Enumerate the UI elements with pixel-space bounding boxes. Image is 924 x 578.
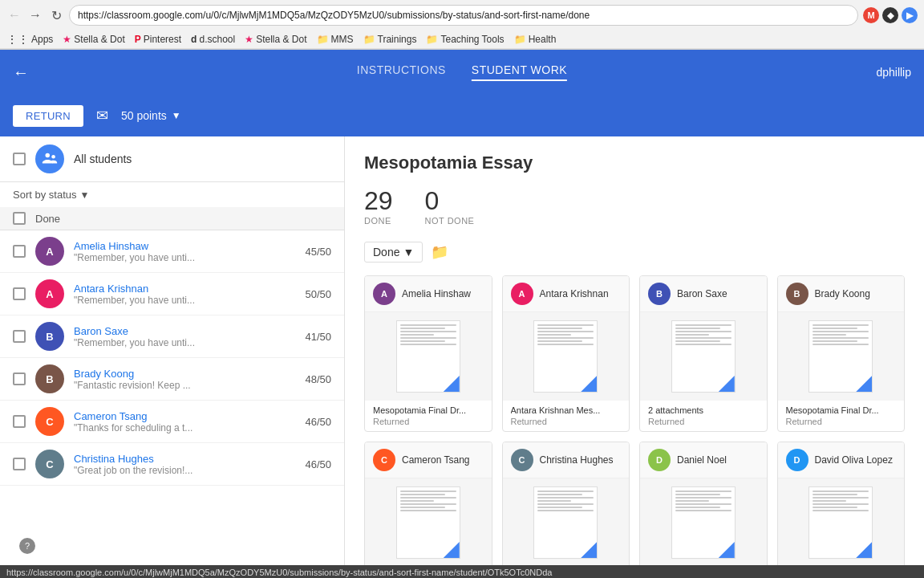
doc-line (675, 490, 732, 492)
done-header-label: Done (35, 213, 60, 225)
student-row[interactable]: B Brady Koong "Fantastic revision! Keep … (0, 358, 344, 401)
doc-corner-1 (581, 376, 597, 392)
back-button-app[interactable]: ← (13, 63, 29, 82)
doc-preview-7 (808, 486, 873, 559)
nav-instructions[interactable]: INSTRUCTIONS (357, 63, 446, 81)
not-done-count: 0 (425, 186, 475, 216)
doc-preview-0 (396, 320, 460, 393)
doc-line (537, 507, 582, 508)
student-name-4[interactable]: Cameron Tsang (74, 410, 295, 422)
card-doc-title-2: 2 attachments (648, 405, 759, 415)
help-area: ? (19, 538, 35, 554)
student-comment-1: "Remember, you have unti... (74, 295, 234, 306)
student-name-0[interactable]: Amelia Hinshaw (74, 240, 295, 252)
student-checkbox-4[interactable] (13, 415, 26, 428)
student-card-0[interactable]: A Amelia Hinshaw (364, 275, 492, 432)
bookmark-stella1[interactable]: ★ Stella & Dot (63, 34, 124, 45)
bookmark-mms[interactable]: 📁 MMS (317, 34, 354, 45)
nav-student-work[interactable]: STUDENT WORK (472, 63, 567, 81)
help-button[interactable]: ? (19, 538, 35, 554)
assignment-title: Mesopotamia Essay (364, 153, 905, 173)
browser-icons: M ◆ ▶ (863, 7, 918, 23)
doc-line (400, 337, 456, 339)
all-students-row[interactable]: All students (0, 136, 344, 182)
done-section-checkbox[interactable] (13, 212, 26, 225)
done-label: DONE (364, 216, 393, 226)
return-button[interactable]: RETURN (13, 105, 83, 127)
doc-lines (400, 490, 456, 511)
sort-dropdown[interactable]: ▼ (79, 189, 89, 201)
browser-chrome: ← → ↻ https://classroom.google.com/u/0/c… (0, 0, 924, 50)
card-name-1: Antara Krishnan (540, 288, 609, 299)
not-done-label: NOT DONE (425, 216, 475, 226)
student-avatar-5: C (35, 450, 64, 478)
reload-button[interactable]: ↻ (48, 7, 64, 23)
student-card-5[interactable]: C Christina Hughes (502, 442, 630, 565)
bookmark-health[interactable]: 📁 Health (514, 34, 557, 45)
student-row[interactable]: B Baron Saxe "Remember, you have unti...… (0, 315, 344, 358)
student-row[interactable]: A Amelia Hinshaw "Remember, you have unt… (0, 230, 344, 273)
card-header-1: A Antara Krishnan (503, 276, 630, 312)
mail-button[interactable]: ✉ (96, 107, 108, 124)
student-card-7[interactable]: D David Oliva Lopez (777, 442, 906, 565)
student-name-2[interactable]: Baron Saxe (74, 325, 295, 337)
doc-line (813, 510, 869, 511)
student-row[interactable]: A Antara Krishnan "Remember, you have un… (0, 273, 344, 315)
doc-line (675, 324, 732, 326)
student-card-1[interactable]: A Antara Krishnan (502, 275, 630, 432)
doc-line (813, 324, 869, 326)
student-name-1[interactable]: Antara Krishnan (74, 283, 295, 295)
student-row[interactable]: C Cameron Tsang "Thanks for scheduling a… (0, 401, 344, 443)
student-card-3[interactable]: B Brady Koong (777, 275, 906, 432)
student-checkbox-2[interactable] (13, 330, 26, 343)
student-checkbox-1[interactable] (13, 287, 26, 300)
url-text: https://classroom.google.com/u/0/c/MjlwM… (78, 10, 590, 21)
student-card-4[interactable]: C Cameron Tsang (364, 442, 492, 565)
card-header-2: B Baron Saxe (640, 276, 767, 312)
card-name-4: Cameron Tsang (402, 454, 470, 466)
doc-line (675, 337, 732, 339)
bookmark-teaching[interactable]: 📁 Teaching Tools (426, 34, 504, 45)
doc-preview-3 (808, 320, 873, 393)
svg-point-1 (51, 155, 55, 159)
done-count: 29 (364, 186, 393, 216)
doc-line (537, 494, 582, 495)
header-nav: INSTRUCTIONS STUDENT WORK (357, 63, 567, 81)
points-dropdown-arrow[interactable]: ▼ (172, 110, 181, 121)
student-info-5: Christina Hughes "Great job on the revis… (74, 453, 295, 476)
bookmark-apps[interactable]: ⋮⋮ Apps (6, 33, 53, 46)
all-students-checkbox[interactable] (13, 153, 26, 165)
address-bar[interactable]: https://classroom.google.com/u/0/c/MjlwM… (69, 5, 858, 26)
doc-line (400, 340, 445, 342)
card-avatar-5: C (511, 449, 533, 471)
folder-icon[interactable]: 📁 (431, 243, 448, 261)
forward-button[interactable]: → (27, 7, 43, 23)
bookmark-stella2[interactable]: ★ Stella & Dot (245, 34, 306, 45)
student-name-5[interactable]: Christina Hughes (74, 453, 295, 465)
student-name-3[interactable]: Brady Koong (74, 368, 295, 380)
student-card-6[interactable]: D Daniel Noel (639, 442, 768, 565)
back-button[interactable]: ← (6, 7, 22, 23)
bookmark-trainings[interactable]: 📁 Trainings (363, 34, 417, 45)
bookmark-dschool[interactable]: d d.school (191, 34, 235, 45)
ext-icon-2: ▶ (902, 7, 918, 23)
bookmark-pinterest[interactable]: P Pinterest (135, 34, 181, 45)
student-checkbox-5[interactable] (13, 458, 26, 470)
card-status-3: Returned (786, 417, 897, 426)
student-card-2[interactable]: B Baron Saxe (639, 275, 768, 432)
doc-line (400, 503, 456, 505)
sort-row: Sort by status ▼ (0, 182, 344, 207)
doc-line (400, 497, 456, 499)
done-filter-dropdown[interactable]: Done ▼ (364, 242, 423, 263)
student-avatar-0: A (35, 237, 64, 266)
card-avatar-0: A (373, 283, 395, 305)
card-avatar-4: C (373, 449, 395, 471)
gmail-icon: M (863, 7, 879, 23)
card-footer-2: 2 attachments Returned (640, 401, 767, 431)
filter-row: Done ▼ 📁 (364, 242, 905, 263)
student-checkbox-3[interactable] (13, 372, 26, 385)
card-name-0: Amelia Hinshaw (402, 288, 471, 299)
student-row[interactable]: C Christina Hughes "Great job on the rev… (0, 443, 344, 486)
student-checkbox-0[interactable] (13, 245, 26, 258)
doc-line (675, 507, 720, 508)
